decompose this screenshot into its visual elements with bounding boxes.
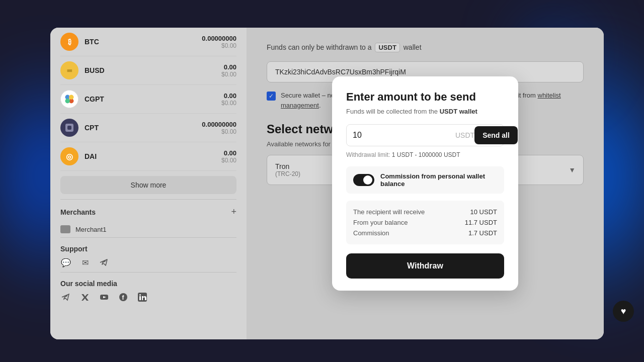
svg-point-0	[61, 90, 78, 108]
svg-point-13	[139, 294, 141, 296]
support-section: Support 💬 ✉	[60, 237, 236, 272]
recipient-row: The recipient will receive 10 USDT	[353, 207, 497, 217]
email-icon[interactable]: ✉	[79, 257, 91, 268]
coin-item-cgpt[interactable]: CGPT 0.00 $0.00	[60, 85, 236, 114]
modal-title: Enter amount to be send	[346, 90, 504, 104]
twitter-icon[interactable]	[79, 292, 91, 303]
btc-usd: $0.00	[202, 42, 236, 49]
commission-breakdown-row: Commission 1.7 USDT	[353, 228, 497, 238]
merchant-icon	[60, 225, 70, 233]
busd-values: 0.00 $0.00	[221, 63, 236, 78]
chat-icon[interactable]: 💬	[60, 257, 71, 268]
amount-input-wrap: USDT Send all	[346, 124, 504, 146]
balance-row: From your balance 11.7 USDT	[353, 217, 497, 228]
cpt-amount: 0.00000000	[202, 121, 236, 128]
withdrawal-limit-range: 1 USDT - 1000000 USDT	[392, 151, 460, 158]
svg-point-4	[69, 95, 73, 100]
btc-icon: ₿	[60, 33, 78, 51]
merchants-section-header: Merchants +	[60, 199, 236, 221]
busd-usd: $0.00	[221, 71, 236, 78]
cpt-icon	[60, 119, 78, 137]
linkedin-icon[interactable]	[137, 292, 148, 303]
dai-amount: 0.00	[221, 149, 236, 157]
cpt-values: 0.00000000 $0.00	[202, 121, 236, 135]
cpt-usd: $0.00	[202, 128, 236, 135]
cgpt-amount: 0.00	[221, 92, 236, 100]
toggle-thumb	[363, 175, 372, 185]
coin-item-btc[interactable]: ₿ BTC 0.00000000 $0.00	[60, 28, 236, 56]
busd-amount: 0.00	[221, 63, 236, 71]
amount-input[interactable]	[353, 125, 453, 146]
coin-item-busd[interactable]: ≡≡ BUSD 0.00 $0.00	[60, 56, 236, 85]
cgpt-icon	[60, 90, 78, 108]
recipient-value: 10 USDT	[470, 208, 497, 216]
btc-name: BTC	[85, 38, 99, 46]
svg-point-3	[65, 99, 70, 103]
btc-amount: 0.00000000	[202, 35, 236, 42]
withdrawal-limit: Withdrawal limit: 1 USDT - 1000000 USDT	[346, 151, 504, 158]
modal-card: Enter amount to be send Funds will be co…	[332, 76, 518, 291]
dai-name: DAI	[85, 152, 97, 160]
busd-icon: ≡≡	[60, 61, 78, 79]
breakdown-table: The recipient will receive 10 USDT From …	[346, 201, 504, 244]
main-card: ₿ BTC 0.00000000 $0.00 ≡≡ BUSD 0.00 $0.0…	[50, 28, 604, 339]
social-title: Our social media	[60, 280, 236, 288]
coin-item-dai[interactable]: ◎ DAI 0.00 $0.00	[60, 142, 236, 171]
facebook-icon[interactable]: f	[118, 292, 129, 303]
merchant-name: Merchant1	[75, 226, 106, 233]
cpt-name: CPT	[85, 124, 99, 132]
social-section: Our social media	[60, 272, 236, 307]
dai-values: 0.00 $0.00	[221, 149, 236, 164]
svg-rect-12	[139, 296, 141, 300]
telegram-social-icon[interactable]	[60, 292, 71, 303]
merchants-title: Merchants	[60, 208, 96, 216]
btc-values: 0.00000000 $0.00	[202, 35, 236, 49]
withdraw-button[interactable]: Withdraw	[346, 253, 504, 279]
commission-label: Commission from personal wallet balance	[380, 172, 497, 188]
sidebar: ₿ BTC 0.00000000 $0.00 ≡≡ BUSD 0.00 $0.0…	[50, 28, 247, 339]
modal-overlay: Enter amount to be send Funds will be co…	[247, 28, 604, 339]
show-more-button[interactable]: Show more	[60, 176, 236, 194]
support-title: Support	[60, 245, 236, 253]
support-icons: 💬 ✉	[60, 257, 236, 268]
commission-value: 1.7 USDT	[468, 229, 497, 237]
cgpt-name: CGPT	[85, 95, 104, 103]
add-merchant-icon[interactable]: +	[231, 207, 236, 217]
dai-icon: ◎	[60, 147, 78, 165]
youtube-icon[interactable]	[99, 292, 110, 303]
cgpt-values: 0.00 $0.00	[221, 92, 236, 107]
commission-row: Commission from personal wallet balance	[346, 166, 504, 194]
balance-value: 11.7 USDT	[465, 219, 497, 226]
social-icons: f	[60, 292, 236, 303]
commission-toggle[interactable]	[353, 174, 374, 186]
main-content: Funds can only be withdrawn to a USDT wa…	[247, 28, 604, 339]
dai-usd: $0.00	[221, 157, 236, 164]
cgpt-usd: $0.00	[221, 100, 236, 107]
modal-usdt-label: USDT wallet	[440, 108, 477, 115]
svg-rect-6	[67, 126, 71, 130]
coin-item-cpt[interactable]: CPT 0.00000000 $0.00	[60, 114, 236, 142]
modal-subtitle: Funds will be collected from the USDT wa…	[346, 108, 504, 115]
heart-button[interactable]: ♥	[613, 301, 634, 322]
busd-name: BUSD	[85, 66, 105, 74]
telegram-icon[interactable]	[99, 257, 110, 268]
send-all-button[interactable]: Send all	[474, 126, 518, 144]
merchant-item[interactable]: Merchant1	[60, 221, 236, 237]
amount-currency-label: USDT	[455, 131, 474, 139]
